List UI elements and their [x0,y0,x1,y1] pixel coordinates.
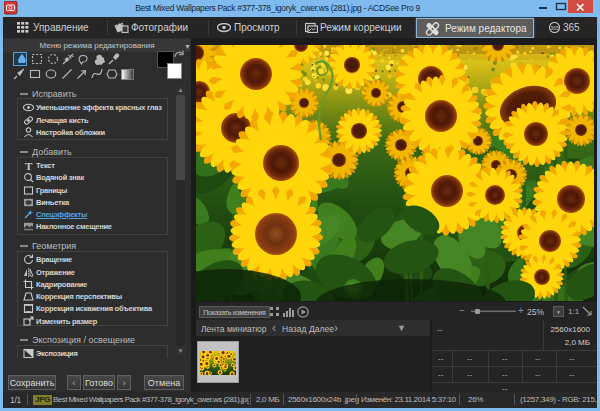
svg-text:365: 365 [550,25,559,31]
svg-text:T: T [25,160,33,171]
